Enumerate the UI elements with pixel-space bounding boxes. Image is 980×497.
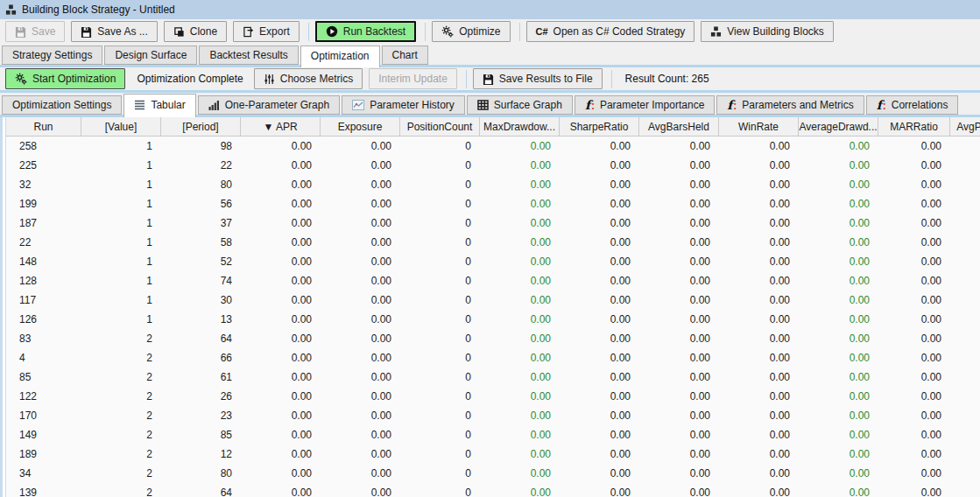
table-row[interactable]: 1392640.000.0000.000.000.000.000.000.00 [6,483,980,497]
table-row[interactable]: 832640.000.0000.000.000.000.000.000.00 [6,329,980,348]
cell-run: 199 [6,198,81,210]
table-row[interactable]: 1281740.000.0000.000.000.000.000.000.00 [6,271,980,290]
column-header-marratio[interactable]: MARRatio [878,117,950,136]
column-header-period[interactable]: [Period] [161,117,241,136]
cell-positioncount: 0 [400,410,480,422]
column-header-apr[interactable]: ▼ APR [241,117,321,136]
table-row[interactable]: 342800.000.0000.000.000.000.000.000.00 [6,464,980,483]
cell-averagedrawd: 0.00 [799,410,878,422]
table-row[interactable]: 1871370.000.0000.000.000.000.000.000.00 [6,214,980,233]
subtab-tabular[interactable]: Tabular [123,94,195,117]
save-button[interactable]: Save [5,21,65,42]
table-row[interactable]: 1492850.000.0000.000.000.000.000.000.00 [6,425,980,444]
cell-apr: 0.00 [241,486,321,497]
cell-period: 30 [161,294,241,306]
tab-chart[interactable]: Chart [382,46,428,65]
subtab-surface-graph[interactable]: Surface Graph [467,95,573,115]
table-row[interactable]: 42660.000.0000.000.000.000.000.000.00 [6,348,980,368]
cell-maxdrawdow: 0.00 [480,486,560,497]
cell-marratio: 0.00 [878,198,950,210]
save-as-button[interactable]: Save As ... [71,21,157,42]
cell-value: 2 [81,467,161,480]
cell-positioncount: 0 [400,140,480,152]
cell-positioncount: 0 [400,159,480,172]
cell-apr: 0.00 [241,178,321,191]
column-header-avgp[interactable]: AvgP [950,117,980,136]
subtab-one-parameter-graph[interactable]: One-Parameter Graph [198,95,340,115]
table-row[interactable]: 2581980.000.0000.000.000.000.000.000.00 [6,136,980,156]
save-icon [483,74,494,85]
optimize-button[interactable]: Optimize [432,21,510,42]
cell-avgbarsheld: 0.00 [639,256,719,268]
view-building-blocks-label: View Building Blocks [727,25,824,38]
subtab-parameter-importance[interactable]: f:Parameter Importance [575,95,715,115]
column-header-averagedrawd[interactable]: AverageDrawd... [799,117,878,136]
subtab-correlations[interactable]: f:Correlations [866,95,959,115]
save-results-button[interactable]: Save Results to File [473,68,603,89]
tab-optimization[interactable]: Optimization [300,46,380,67]
cell-period: 12 [161,448,241,460]
cell-sharperatio: 0.00 [560,159,639,172]
open-csharp-label: Open as C# Coded Strategy [553,25,686,38]
cell-winrate: 0.00 [719,352,799,364]
column-header-exposure[interactable]: Exposure [321,117,400,136]
table-row[interactable]: 1261130.000.0000.000.000.000.000.000.00 [6,310,980,329]
subtab-parameter-history[interactable]: Parameter History [342,95,465,115]
open-csharp-button[interactable]: C# Open as C# Coded Strategy [526,21,695,42]
table-row[interactable]: 1222260.000.0000.000.000.000.000.000.00 [6,387,980,406]
cell-sharperatio: 0.00 [560,332,639,345]
tab-design-surface[interactable]: Design Surface [104,46,197,65]
column-header-value[interactable]: [Value] [81,117,161,136]
column-header-maxdrawdow[interactable]: MaxDrawdow... [480,117,560,136]
cell-exposure: 0.00 [321,256,400,268]
column-header-positioncount[interactable]: PositionCount [400,117,480,136]
table-row[interactable]: 1991560.000.0000.000.000.000.000.000.00 [6,194,980,214]
cell-maxdrawdow: 0.00 [480,236,560,248]
cell-period: 26 [161,390,241,402]
run-backtest-button[interactable]: Run Backtest [315,21,416,42]
start-optimization-button[interactable]: Start Optimization [5,68,125,89]
subtab-parameters-and-metrics[interactable]: f:Parameters and Metrics [716,95,864,115]
cell-value: 1 [81,294,161,306]
table-row[interactable]: 852610.000.0000.000.000.000.000.000.00 [6,368,980,387]
table-row[interactable]: 321800.000.0000.000.000.000.000.000.00 [6,175,980,194]
subtab-optimization-settings[interactable]: Optimization Settings [2,95,122,115]
cell-avgbarsheld: 0.00 [639,467,719,480]
cell-run: 83 [6,332,81,345]
toolbar-separator [308,23,309,41]
cell-winrate: 0.00 [719,371,799,383]
cell-avgbarsheld: 0.00 [639,486,719,497]
cell-apr: 0.00 [241,371,321,383]
interim-update-button[interactable]: Interim Update [369,68,457,89]
choose-metrics-button[interactable]: Choose Metrics [254,68,363,89]
cell-run: 149 [6,429,81,441]
table-row[interactable]: 1171300.000.0000.000.000.000.000.000.00 [6,290,980,310]
table-row[interactable]: 1892120.000.0000.000.000.000.000.000.00 [6,444,980,464]
tab-strategy-settings[interactable]: Strategy Settings [2,46,102,65]
optimize-label: Optimize [459,25,500,38]
cell-exposure: 0.00 [321,410,400,422]
cell-apr: 0.00 [241,352,321,364]
tab-backtest-results[interactable]: Backtest Results [199,46,298,65]
table-row[interactable]: 221580.000.0000.000.000.000.000.000.00 [6,233,980,252]
save-results-label: Save Results to File [499,73,593,85]
cell-value: 2 [81,352,161,364]
column-header-avgbarsheld[interactable]: AvgBarsHeld [639,117,719,136]
cell-period: 52 [161,256,241,268]
table-row[interactable]: 1481520.000.0000.000.000.000.000.000.00 [6,252,980,271]
column-header-winrate[interactable]: WinRate [719,117,799,136]
cell-run: 187 [6,217,81,229]
toolbar-separator [466,70,467,88]
column-header-run[interactable]: Run [6,117,81,136]
table-row[interactable]: 2251220.000.0000.000.000.000.000.000.00 [6,156,980,175]
view-building-blocks-button[interactable]: View Building Blocks [701,21,834,42]
table-row[interactable]: 1702230.000.0000.000.000.000.000.000.00 [6,406,980,425]
column-header-sharperatio[interactable]: SharpeRatio [560,117,639,136]
cell-sharperatio: 0.00 [560,294,639,306]
cell-averagedrawd: 0.00 [799,352,878,364]
table-left-strip [0,117,6,497]
cell-marratio: 0.00 [878,140,950,152]
export-button[interactable]: Export [233,21,300,42]
clone-button[interactable]: Clone [164,21,227,42]
cell-period: 37 [161,217,241,229]
